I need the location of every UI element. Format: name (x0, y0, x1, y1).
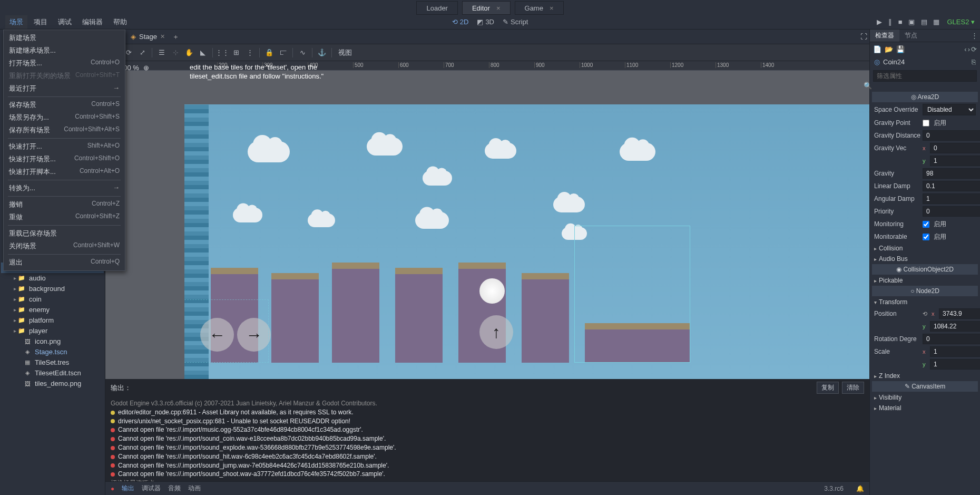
history-forward-icon[interactable]: › (968, 45, 970, 53)
gravity-vec-x-input[interactable] (930, 143, 980, 153)
rotation-input[interactable] (923, 334, 980, 344)
menu-quick-open-script[interactable]: 快速打开脚本...Control+Alt+O (4, 166, 125, 178)
clear-button[interactable]: 清除 (842, 382, 864, 394)
gravity-distance-input[interactable] (923, 130, 980, 141)
scale-tool-icon[interactable]: ⤢ (136, 46, 149, 59)
scene-tab-stage[interactable]: ◈ Stage ✕ (126, 31, 169, 43)
collision-group[interactable]: ▸Collision (870, 243, 980, 254)
save-resource-icon[interactable]: 💾 (896, 45, 905, 53)
close-icon[interactable]: × (496, 4, 501, 12)
tab-editor[interactable]: Editor× (462, 1, 511, 15)
scene-canvas[interactable]: ← → ↑ (184, 104, 869, 379)
zoom-in-icon[interactable]: ⊕ (143, 64, 149, 72)
tab-output[interactable]: 输出 (122, 484, 134, 493)
tab-inspector[interactable]: 检查器 (870, 30, 899, 42)
menu-reload-saved[interactable]: 重载已保存场景 (4, 227, 125, 240)
movie-icon[interactable]: ▦ (933, 18, 939, 26)
mode-script[interactable]: ✎Script (503, 18, 528, 26)
new-resource-icon[interactable]: 📄 (873, 45, 881, 53)
bell-icon[interactable]: 🔔 (856, 485, 864, 492)
add-tab-button[interactable]: ＋ (172, 32, 179, 42)
menu-open-recent[interactable]: 最近打开→ (4, 82, 125, 95)
gravity-input[interactable] (923, 168, 980, 179)
menu-project[interactable]: 项目 (30, 15, 52, 29)
tree-file[interactable]: ▦TileSet.tres (1, 357, 104, 368)
transform-group[interactable]: ▾Transform (870, 297, 980, 307)
visibility-group[interactable]: ▸Visibility (870, 392, 980, 403)
grid-tool-icon[interactable]: ⊞ (230, 46, 242, 59)
tree-file[interactable]: ◈Stage.tscn (1, 347, 104, 357)
play-icon[interactable]: ▶ (877, 18, 882, 26)
play-scene-icon[interactable]: ▣ (908, 18, 915, 26)
scale-x-input[interactable] (930, 346, 980, 357)
file-tree[interactable]: ▾📁res://▸📁audio▸📁background▸📁coin▸📁enemy… (0, 261, 105, 496)
menu-help[interactable]: 帮助 (109, 15, 131, 29)
section-area2d[interactable]: ◎ Area2D (872, 92, 978, 103)
mode-3d[interactable]: ◩3D (477, 18, 494, 26)
filter-input[interactable] (873, 70, 977, 82)
tab-loader[interactable]: Loader (416, 1, 457, 15)
tab-audio[interactable]: 音频 (168, 484, 181, 493)
tree-folder[interactable]: ▸📁background (1, 284, 104, 294)
menu-quit[interactable]: 退出Control+Q (4, 256, 125, 269)
tree-file[interactable]: 🖼tiles_demo.png (1, 378, 104, 389)
play-custom-icon[interactable]: ▤ (921, 18, 927, 26)
section-collisionobject2d[interactable]: ◉ CollisionObject2D (872, 264, 978, 275)
audiobus-group[interactable]: ▸Audio Bus (870, 254, 980, 264)
menu-quick-open[interactable]: 快速打开...Shift+Alt+O (4, 140, 125, 153)
menu-open-scene[interactable]: 打开场景...Control+O (4, 57, 125, 70)
menu-save-scene-as[interactable]: 场景另存为...Control+Shift+S (4, 111, 125, 124)
angular-damp-input[interactable] (923, 193, 980, 204)
section-node2d[interactable]: ○ Node2D (872, 286, 978, 297)
fullscreen-icon[interactable]: ⛶ (860, 33, 867, 41)
monitoring-checkbox[interactable] (923, 221, 929, 228)
tab-debugger[interactable]: 调试器 (142, 484, 161, 493)
pan-tool-icon[interactable]: ✋ (183, 46, 195, 59)
renderer-select[interactable]: GLES2 ▾ (947, 18, 975, 26)
menu-save-all[interactable]: 保存所有场景Control+Shift+Alt+S (4, 124, 125, 137)
menu-redo[interactable]: 重做Control+Shift+Z (4, 211, 125, 224)
menu-quick-open-scene[interactable]: 快速打开场景...Control+Shift+O (4, 153, 125, 166)
menu-close-scene[interactable]: 关闭场景Control+Shift+W (4, 240, 125, 253)
pointer-tool-icon[interactable]: ◣ (197, 46, 209, 59)
copy-button[interactable]: 复制 (817, 382, 839, 394)
zindex-group[interactable]: ▸Z Index (870, 371, 980, 381)
output-log[interactable]: Godot Engine v3.3.rc6.official (c) 2007-… (105, 396, 869, 481)
group-icon[interactable]: ⫍ (277, 46, 289, 59)
linear-damp-input[interactable] (923, 181, 980, 191)
stop-icon[interactable]: ■ (898, 18, 903, 26)
more-icon[interactable]: ⋮ (971, 32, 978, 40)
position-x-input[interactable] (939, 308, 980, 319)
pause-icon[interactable]: ‖ (888, 18, 892, 26)
scale-y-input[interactable] (930, 359, 980, 370)
material-group[interactable]: ▸Material (870, 403, 980, 413)
lock-icon[interactable]: 🔒 (263, 46, 276, 59)
menu-new-scene[interactable]: 新建场景 (4, 32, 125, 44)
space-override-select[interactable]: Disabled (923, 104, 976, 115)
close-icon[interactable]: ✕ (160, 33, 165, 40)
menu-save-scene[interactable]: 保存场景Control+S (4, 99, 125, 111)
tree-file[interactable]: 🖼icon.png (1, 336, 104, 347)
priority-input[interactable] (923, 206, 980, 217)
menu-undo[interactable]: 撤销Control+Z (4, 198, 125, 211)
tree-folder[interactable]: ▸📁platform (1, 315, 104, 326)
menu-new-inherited[interactable]: 新建继承场景... (4, 44, 125, 57)
list-tool-icon[interactable]: ☰ (155, 46, 168, 59)
anchor-icon[interactable]: ⚓ (316, 46, 328, 59)
tab-node[interactable]: 节点 (899, 30, 923, 42)
tree-folder[interactable]: ▸📁player (1, 326, 104, 336)
tree-folder[interactable]: ▸📁coin (1, 294, 104, 305)
tree-file[interactable]: ◈TilesetEdit.tscn (1, 368, 104, 378)
open-resource-icon[interactable]: 📂 (885, 45, 893, 53)
ruler-tool-icon[interactable]: ⊹ (169, 46, 182, 59)
close-icon[interactable]: × (550, 4, 554, 12)
position-y-input[interactable] (930, 321, 980, 332)
gravity-vec-y-input[interactable] (930, 156, 980, 166)
tree-folder[interactable]: ▸📁enemy (1, 305, 104, 315)
reset-icon[interactable]: ⟲ (923, 310, 927, 317)
menu-debug[interactable]: 调试 (54, 15, 76, 29)
pin-icon[interactable]: ⎘ (972, 58, 976, 66)
pickable-group[interactable]: ▸Pickable (870, 275, 980, 286)
snap-tool-icon[interactable]: ⋮⋮ (216, 46, 229, 59)
viewport[interactable]: 2003004005006007008009001000110012001300… (105, 61, 869, 379)
